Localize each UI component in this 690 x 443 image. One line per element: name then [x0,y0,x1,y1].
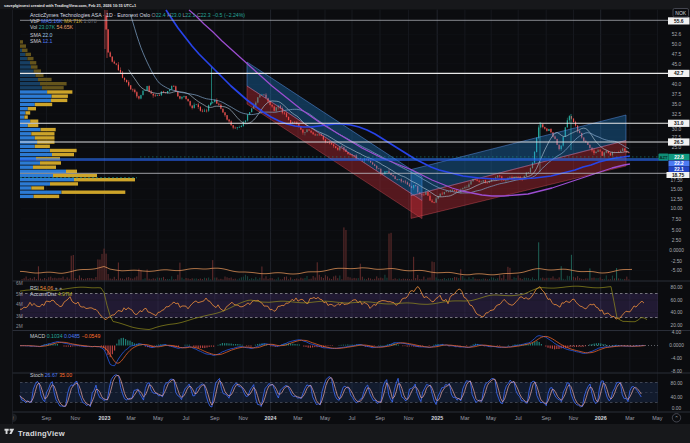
svg-text:10.00: 10.00 [670,206,682,211]
svg-text:22.1: 22.1 [674,167,684,172]
svg-text:Mar: Mar [460,415,469,421]
svg-text:7.50: 7.50 [672,217,682,222]
svg-text:Mar: Mar [625,415,634,421]
svg-text:MACD 0.1034 0.0485 −0.0549: MACD 0.1034 0.0485 −0.0549 [30,333,100,339]
svg-text:20.00: 20.00 [670,323,682,328]
svg-text:2024: 2024 [265,415,277,421]
svg-text:40.00: 40.00 [670,395,682,400]
svg-text:Jul: Jul [515,415,522,421]
svg-text:-5.00: -5.00 [671,268,682,273]
svg-text:-8.00: -8.00 [671,369,682,374]
svg-text:TradingView: TradingView [18,429,65,438]
svg-text:2023: 2023 [98,415,110,421]
svg-text:Sep: Sep [210,415,220,421]
svg-text:saveplginvest created with Tra: saveplginvest created with TradingView.c… [4,3,137,8]
svg-text:RSI 54.06 ● ●: RSI 54.06 ● ● [30,285,62,291]
svg-text:Sep: Sep [541,415,551,421]
svg-text:SMA 22.0: SMA 22.0 [30,32,53,38]
svg-text:Jul: Jul [183,415,190,421]
svg-text:31.0: 31.0 [674,121,684,126]
svg-text:May: May [153,415,163,421]
svg-text:60.00: 60.00 [670,298,682,303]
svg-text:3M: 3M [16,314,23,319]
svg-text:22.2: 22.2 [674,161,684,166]
svg-text:45.0: 45.0 [672,62,682,67]
svg-text:Sep: Sep [42,415,52,421]
svg-text:AZT: AZT [659,155,668,160]
svg-text:⌃: ⌃ [674,415,679,421]
svg-text:26.5: 26.5 [674,140,684,145]
svg-text:Mar: Mar [293,415,302,421]
svg-text:30.0: 30.0 [672,127,682,132]
svg-text:0.0000: 0.0000 [669,248,684,253]
svg-text:May: May [652,415,662,421]
svg-text:18.75: 18.75 [672,173,685,178]
svg-text:Nov: Nov [404,415,414,421]
svg-text:47.5: 47.5 [672,52,682,57]
svg-text:40.00: 40.00 [670,310,682,315]
svg-text:22.8: 22.8 [674,155,684,160]
svg-text:0.0000: 0.0000 [669,343,684,348]
svg-text:5M: 5M [16,292,23,297]
svg-text:37.5: 37.5 [672,92,682,97]
svg-text:52.6: 52.6 [672,32,682,37]
svg-text:0.00: 0.00 [672,406,682,411]
svg-text:Stoch 26.67 35.00: Stoch 26.67 35.00 [30,372,72,378]
svg-text:6M: 6M [16,281,23,286]
svg-text:Accum/Dist 4.97M: Accum/Dist 4.97M [30,291,72,297]
svg-text:50.0: 50.0 [672,42,682,47]
svg-text:80.00: 80.00 [670,381,682,386]
svg-text:2M: 2M [16,324,23,329]
svg-text:55.6: 55.6 [674,19,684,24]
svg-text:35.0: 35.0 [672,102,682,107]
svg-text:NOK: NOK [675,10,687,16]
svg-text:42.7: 42.7 [674,71,684,76]
svg-text:May: May [486,415,496,421]
svg-text:-4.00: -4.00 [671,356,682,361]
svg-text:-2.50: -2.50 [671,259,682,264]
svg-text:40.0: 40.0 [672,82,682,87]
svg-text:12.50: 12.50 [670,197,682,202]
svg-text:Nov: Nov [569,415,579,421]
svg-text:VbP MA5.16K MA 71K 1.078: VbP MA5.16K MA 71K 1.078 [30,18,97,24]
svg-text:Nov: Nov [238,415,248,421]
svg-text:ArcticZymes Technologies ASA ·: ArcticZymes Technologies ASA · 1D · Euro… [30,12,245,18]
svg-text:17.50: 17.50 [670,178,682,183]
svg-text:2025: 2025 [431,415,443,421]
svg-text:Nov: Nov [71,415,81,421]
svg-text:5.00: 5.00 [672,228,682,233]
svg-text:Sep: Sep [375,415,385,421]
svg-text:4M: 4M [16,302,23,307]
svg-text:May: May [320,415,330,421]
svg-text:Mar: Mar [126,415,135,421]
svg-text:4.00: 4.00 [672,330,682,335]
svg-text:15.00: 15.00 [670,187,682,192]
svg-text:80.00: 80.00 [670,285,682,290]
svg-text:32.5: 32.5 [672,112,682,117]
svg-text:Jul: Jul [349,415,356,421]
svg-text:2026: 2026 [595,415,607,421]
svg-text:2.50: 2.50 [672,238,682,243]
svg-text:SMA 12.1: SMA 12.1 [30,38,53,44]
svg-text:25.0: 25.0 [672,145,682,150]
svg-text:Vol 23.07K 54.65K: Vol 23.07K 54.65K [30,24,74,30]
